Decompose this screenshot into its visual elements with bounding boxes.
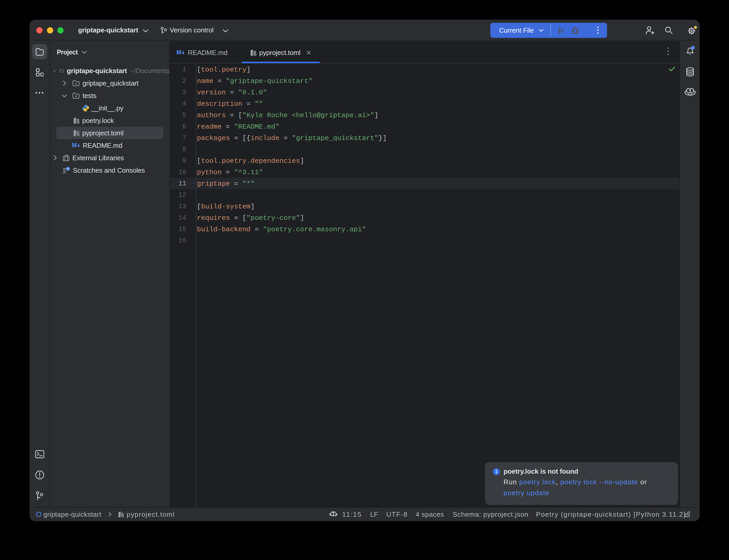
svg-text:M: M [176,50,181,56]
svg-text:M: M [72,142,77,149]
